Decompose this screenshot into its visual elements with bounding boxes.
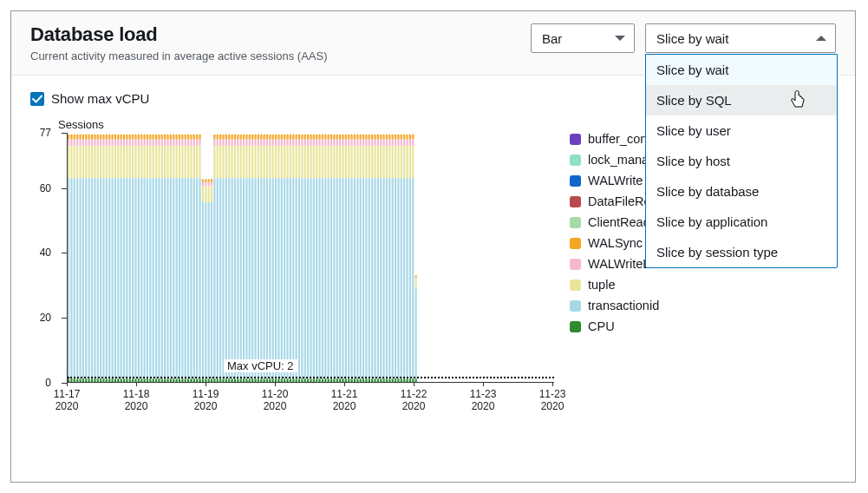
max-vcpu-line <box>68 377 554 378</box>
chart-type-select[interactable]: Bar <box>531 23 635 53</box>
slice-option[interactable]: Slice by wait <box>646 55 837 85</box>
slice-option[interactable]: Slice by database <box>646 176 837 207</box>
bar-segment <box>342 139 343 145</box>
bar-segment <box>286 135 288 140</box>
bar-segment <box>68 139 69 145</box>
legend-swatch <box>570 238 581 249</box>
bar-segment <box>117 139 119 145</box>
chart-area: Sessions 020406077 Max vCPU: 2 11-172020… <box>30 118 554 402</box>
bar-segment <box>307 178 309 378</box>
slice-select[interactable]: Slice by wait Slice by waitSlice by SQLS… <box>645 23 836 53</box>
bar-segment <box>190 139 192 145</box>
bar-segment <box>106 178 108 378</box>
bar-segment <box>318 378 320 382</box>
bar-segment <box>264 378 265 382</box>
bar-segment <box>292 178 294 378</box>
bar-segment <box>345 146 347 178</box>
bar-segment <box>161 146 163 178</box>
bar-segment <box>377 146 379 178</box>
bar-segment <box>205 182 206 186</box>
bar-segment <box>149 135 151 140</box>
bar-segment <box>147 378 148 382</box>
bar-segment <box>132 146 134 178</box>
bar-segment <box>147 178 148 378</box>
bar-segment <box>395 135 396 140</box>
bar-segment <box>395 378 396 382</box>
bar-segment <box>179 139 180 145</box>
bar-segment <box>121 135 122 140</box>
slice-option[interactable]: Slice by session type <box>646 237 837 267</box>
bar-segment <box>369 378 370 382</box>
bar-segment <box>117 178 119 378</box>
bar-segment <box>166 135 168 140</box>
bar-segment <box>114 378 116 382</box>
bar-segment <box>102 378 104 382</box>
bar-segment <box>149 178 151 378</box>
y-tick-mark <box>62 188 67 189</box>
bar-segment <box>284 135 285 140</box>
bar-segment <box>199 178 200 378</box>
bar-segment <box>85 178 87 378</box>
bar-segment <box>228 139 230 145</box>
y-tick-mark <box>62 383 67 384</box>
bar-segment <box>134 139 136 145</box>
panel-header: Database load Current activity measured … <box>11 11 855 76</box>
bar-segment <box>240 378 242 382</box>
slice-option[interactable]: Slice by SQL <box>646 85 837 115</box>
bar-segment <box>290 135 291 140</box>
bar-segment <box>365 139 367 145</box>
bar-segment <box>170 135 172 140</box>
bar-segment <box>134 135 136 140</box>
slice-option[interactable]: Slice by application <box>646 207 837 237</box>
bar-segment <box>91 135 93 140</box>
y-axis-title: Sessions <box>58 118 554 131</box>
bar-segment <box>292 146 294 178</box>
bar-segment <box>138 139 140 145</box>
bar-segment <box>149 146 151 178</box>
bar-segment <box>202 179 204 181</box>
x-tick-label: 11-212020 <box>310 388 379 413</box>
bar-segment <box>219 135 221 140</box>
bar-segment <box>222 146 224 178</box>
bar-segment <box>296 178 297 378</box>
bar-segment <box>310 139 311 145</box>
bar-segment <box>409 146 411 178</box>
bar-segment <box>173 139 174 145</box>
legend-item[interactable]: CPU <box>570 316 836 337</box>
bar-segment <box>377 378 379 382</box>
bar-segment <box>219 378 221 382</box>
bar-segment <box>371 178 373 378</box>
bar-segment <box>304 178 306 378</box>
bar-segment <box>208 179 210 181</box>
slice-option[interactable]: Slice by host <box>646 146 837 176</box>
bar-segment <box>102 135 104 140</box>
bar-segment <box>272 135 274 140</box>
bar-segment <box>225 135 227 140</box>
bar-segment <box>91 139 93 145</box>
bar-segment <box>301 378 303 382</box>
bar-segment <box>258 378 259 382</box>
bar-segment <box>187 146 189 178</box>
bar-segment <box>269 178 271 378</box>
bar-segment <box>383 139 385 145</box>
legend-swatch <box>570 134 581 145</box>
bar-segment <box>213 178 215 378</box>
bar-segment <box>401 178 402 378</box>
bar-segment <box>147 135 148 140</box>
bar-segment <box>196 378 198 382</box>
bar-segment <box>144 378 146 382</box>
slice-option[interactable]: Slice by user <box>646 115 837 146</box>
bar-segment <box>91 146 93 178</box>
legend-item[interactable]: transactionid <box>570 295 836 316</box>
bar-segment <box>132 135 134 140</box>
bar-segment <box>249 178 251 378</box>
show-max-vcpu-checkbox[interactable] <box>30 92 44 106</box>
legend-item[interactable]: tuple <box>570 274 836 295</box>
bar-segment <box>70 146 72 178</box>
bar-segment <box>147 146 148 178</box>
bar-segment <box>296 378 297 382</box>
bar-segment <box>208 378 210 382</box>
bar-segment <box>371 135 373 140</box>
bar-segment <box>193 135 195 140</box>
bar-segment <box>401 139 402 145</box>
